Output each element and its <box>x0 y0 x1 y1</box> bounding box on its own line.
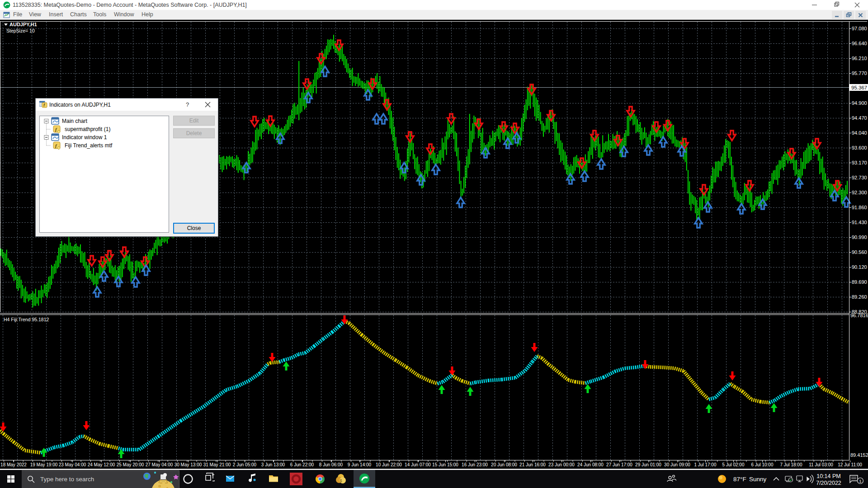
svg-text:12 Jul 11:00: 12 Jul 11:00 <box>838 462 862 467</box>
svg-text:6 Jun 22:00: 6 Jun 22:00 <box>290 462 314 467</box>
svg-text:94.900: 94.900 <box>852 100 867 106</box>
svg-text:29 Jun 01:00: 29 Jun 01:00 <box>635 462 661 467</box>
svg-text:23 Jun 00:00: 23 Jun 00:00 <box>548 462 575 467</box>
svg-text:96.7816: 96.7816 <box>850 313 868 318</box>
svg-text:StepSize= 10: StepSize= 10 <box>6 28 35 33</box>
svg-text:30 May 13:00: 30 May 13:00 <box>175 462 202 467</box>
svg-text:89.260: 89.260 <box>852 294 867 300</box>
svg-text:25 May 20:00: 25 May 20:00 <box>117 462 144 467</box>
svg-text:5 Jul 02:00: 5 Jul 02:00 <box>722 462 745 467</box>
svg-text:95.770: 95.770 <box>852 70 867 76</box>
svg-text:2 Jun 05:00: 2 Jun 05:00 <box>233 462 257 467</box>
svg-text:93.170: 93.170 <box>852 160 867 165</box>
svg-text:91.430: 91.430 <box>852 220 867 225</box>
svg-text:16 Jun 23:00: 16 Jun 23:00 <box>462 462 488 467</box>
svg-text:7 Jul 18:00: 7 Jul 18:00 <box>780 462 802 467</box>
svg-text:10 Jun 22:00: 10 Jun 22:00 <box>376 462 402 467</box>
svg-text:92.730: 92.730 <box>852 175 867 180</box>
svg-text:31 May 21:00: 31 May 21:00 <box>203 462 231 467</box>
svg-text:14 Jun 07:00: 14 Jun 07:00 <box>405 462 431 467</box>
svg-text:AUDJPY,H1: AUDJPY,H1 <box>9 22 37 27</box>
svg-text:27 May 04:00: 27 May 04:00 <box>146 462 173 467</box>
svg-text:21 Jun 16:00: 21 Jun 16:00 <box>519 462 546 467</box>
svg-text:95.367: 95.367 <box>851 85 867 90</box>
svg-text:6 Jul 10:00: 6 Jul 10:00 <box>751 462 774 467</box>
svg-text:94.040: 94.040 <box>852 130 867 136</box>
svg-text:90.560: 90.560 <box>852 249 867 255</box>
svg-text:1 Jul 17:00: 1 Jul 17:00 <box>694 462 717 467</box>
svg-text:3 Jun 13:00: 3 Jun 13:00 <box>261 462 285 467</box>
svg-text:91.860: 91.860 <box>852 205 867 210</box>
svg-text:1: 1 <box>859 479 861 483</box>
svg-text:Sunny: Sunny <box>749 476 767 483</box>
svg-text:90.120: 90.120 <box>852 264 867 270</box>
svg-text:$: $ <box>340 479 342 483</box>
svg-text:90.990: 90.990 <box>852 235 867 240</box>
svg-text:20 Jun 08:00: 20 Jun 08:00 <box>491 462 517 467</box>
svg-text:23 May 04:00: 23 May 04:00 <box>59 462 86 467</box>
svg-text:10:14 PM: 10:14 PM <box>816 473 841 479</box>
svg-text:18 May 2022: 18 May 2022 <box>0 462 27 467</box>
svg-text:94.470: 94.470 <box>852 115 867 121</box>
svg-text:27 Jun 17:00: 27 Jun 17:00 <box>606 462 632 467</box>
svg-text:96.210: 96.210 <box>852 56 867 61</box>
svg-text:89.4152: 89.4152 <box>850 452 868 458</box>
svg-text:24 Jun 08:00: 24 Jun 08:00 <box>577 462 604 467</box>
svg-text:19 May 19:00: 19 May 19:00 <box>30 462 58 467</box>
svg-text:89.690: 89.690 <box>852 279 867 285</box>
svg-text:9 Jun 14:00: 9 Jun 14:00 <box>348 462 372 467</box>
svg-text:87°F: 87°F <box>733 476 746 483</box>
svg-text:96.640: 96.640 <box>852 41 867 46</box>
svg-text:92.300: 92.300 <box>852 190 867 195</box>
svg-text:93.600: 93.600 <box>852 145 867 150</box>
svg-text:97.080: 97.080 <box>852 26 867 31</box>
svg-text:24 May 12:00: 24 May 12:00 <box>88 462 115 467</box>
svg-text:11 Jul 03:00: 11 Jul 03:00 <box>809 462 833 467</box>
svg-text:8 Jun 06:00: 8 Jun 06:00 <box>319 462 343 467</box>
svg-text:7/20/2022: 7/20/2022 <box>816 480 841 486</box>
svg-text:30 Jun 09:00: 30 Jun 09:00 <box>664 462 690 467</box>
svg-text:15 Jun 15:00: 15 Jun 15:00 <box>432 462 458 467</box>
svg-text:H4 Fiji Trend 95.1812: H4 Fiji Trend 95.1812 <box>4 317 49 322</box>
